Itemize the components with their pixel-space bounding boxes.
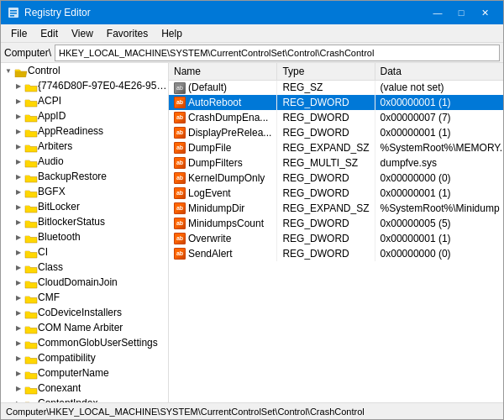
status-text: Computer\HKEY_LOCAL_MACHINE\SYSTEM\Curre… — [6, 407, 365, 417]
tree-item-label: AppReadiness — [38, 125, 103, 137]
value-name-text: DumpFile — [188, 142, 231, 154]
tree-item-label: Class — [38, 261, 63, 273]
svg-rect-3 — [10, 15, 14, 17]
tree-item-acpi[interactable]: ▶ ACPI — [1, 93, 168, 108]
tree-item-label: COM Name Arbiter — [38, 322, 123, 333]
value-name-text: DumpFilters — [188, 157, 243, 169]
tree-item-codeviceinstallers[interactable]: ▶ CoDeviceInstallers — [1, 305, 168, 320]
table-row[interactable]: abDisplayPreRelea...REG_DWORD0x00000001 … — [169, 125, 503, 140]
tree-panel[interactable]: ▼ Control▶ {7746D80F-97E0-4E26-9543-26B4… — [1, 63, 169, 402]
minimize-button[interactable]: — — [426, 1, 449, 24]
value-type: REG_DWORD — [277, 231, 375, 246]
tree-item-guid[interactable]: ▶ {7746D80F-97E0-4E26-9543-26B41FC22F79} — [1, 78, 168, 93]
value-data: 0x00000001 (1) — [375, 231, 503, 246]
menu-view[interactable]: View — [65, 26, 100, 41]
expander-icon: ▶ — [13, 382, 24, 394]
tree-item-arbiters[interactable]: ▶ Arbiters — [1, 139, 168, 154]
value-type: REG_DWORD — [277, 246, 375, 261]
table-row[interactable]: abOverwriteREG_DWORD0x00000001 (1) — [169, 231, 503, 246]
folder-icon — [24, 111, 36, 121]
reg-ab-icon: ab — [174, 202, 186, 214]
menu-favorites[interactable]: Favorites — [100, 26, 155, 41]
tree-item-backuprestore[interactable]: ▶ BackupRestore — [1, 169, 168, 184]
tree-item-bitlocker[interactable]: ▶ BitLocker — [1, 199, 168, 214]
expander-icon: ▶ — [13, 276, 24, 288]
tree-item-class[interactable]: ▶ Class — [1, 260, 168, 275]
table-row[interactable]: abMinidumpsCountREG_DWORD0x00000005 (5) — [169, 216, 503, 231]
tree-item-audio[interactable]: ▶ Audio — [1, 154, 168, 169]
value-type: REG_DWORD — [277, 95, 375, 110]
tree-item-bitlockerstatus[interactable]: ▶ BitlockerStatus — [1, 214, 168, 229]
folder-icon — [24, 247, 36, 257]
maximize-button[interactable]: □ — [449, 1, 473, 24]
values-panel[interactable]: Name Type Data ab(Default)REG_SZ(value n… — [169, 63, 503, 402]
table-row[interactable]: abSendAlertREG_DWORD0x00000000 (0) — [169, 246, 503, 261]
tree-item-control[interactable]: ▼ Control — [1, 63, 168, 78]
tree-item-label: Compatibility — [38, 352, 96, 364]
tree-item-cmf[interactable]: ▶ CMF — [1, 290, 168, 305]
tree-item-compatibility[interactable]: ▶ Compatibility — [1, 350, 168, 365]
menu-file[interactable]: File — [4, 26, 34, 41]
table-row[interactable]: abDumpFiltersREG_MULTI_SZdumpfve.sys — [169, 155, 503, 171]
tree-item-bgfx[interactable]: ▶ BGFX — [1, 184, 168, 199]
status-bar: Computer\HKEY_LOCAL_MACHINE\SYSTEM\Curre… — [1, 402, 503, 419]
table-row[interactable]: abLogEventREG_DWORD0x00000001 (1) — [169, 186, 503, 201]
menu-help[interactable]: Help — [155, 26, 189, 41]
value-data: %SystemRoot%\Minidump — [375, 201, 503, 216]
table-row[interactable]: abMinidumpDirREG_EXPAND_SZ%SystemRoot%\M… — [169, 201, 503, 216]
expander-icon: ▶ — [13, 201, 24, 213]
value-type: REG_DWORD — [277, 216, 375, 231]
value-data: (value not set) — [375, 80, 503, 95]
value-name: abKernelDumpOnly — [169, 171, 277, 186]
value-name: abOverwrite — [169, 231, 277, 246]
tree-item-commonglobusersettings[interactable]: ▶ CommonGlobUserSettings — [1, 335, 168, 350]
table-row[interactable]: abCrashDumpEna...REG_DWORD0x00000007 (7) — [169, 110, 503, 125]
tree-item-label: BackupRestore — [38, 171, 107, 182]
tree-item-appid[interactable]: ▶ AppID — [1, 108, 168, 123]
folder-icon — [24, 96, 36, 106]
value-type: REG_DWORD — [277, 186, 375, 201]
close-button[interactable]: ✕ — [473, 1, 496, 24]
tree-item-label: Control — [28, 65, 60, 76]
tree-item-appreadiness[interactable]: ▶ AppReadiness — [1, 123, 168, 139]
reg-ab-icon: ab — [174, 112, 186, 123]
address-input[interactable] — [55, 45, 500, 61]
expander-icon: ▶ — [13, 231, 24, 243]
table-row[interactable]: abKernelDumpOnlyREG_DWORD0x00000000 (0) — [169, 171, 503, 186]
tree-item-contentindex[interactable]: ▶ ContentIndex — [1, 396, 168, 402]
main-content: ▼ Control▶ {7746D80F-97E0-4E26-9543-26B4… — [1, 63, 503, 402]
folder-icon — [24, 277, 36, 287]
tree-item-ci[interactable]: ▶ CI — [1, 244, 168, 260]
expander-icon: ▶ — [13, 95, 24, 107]
tree-item-computername[interactable]: ▶ ComputerName — [1, 365, 168, 381]
tree-item-bluetooth[interactable]: ▶ Bluetooth — [1, 229, 168, 244]
folder-icon — [14, 66, 26, 76]
value-data: dumpfve.sys — [375, 155, 503, 171]
expander-icon: ▶ — [13, 155, 24, 167]
tree-item-conexant[interactable]: ▶ Conexant — [1, 381, 168, 396]
folder-icon — [24, 81, 36, 91]
expander-icon: ▶ — [13, 216, 24, 228]
tree-item-label: ComputerName — [38, 367, 109, 379]
tree-item-clouddomainjoin[interactable]: ▶ CloudDomainJoin — [1, 275, 168, 290]
expander-icon: ▶ — [13, 352, 24, 364]
value-data: 0x00000001 (1) — [375, 186, 503, 201]
menu-bar: File Edit View Favorites Help — [1, 24, 503, 43]
folder-icon — [24, 368, 36, 378]
menu-edit[interactable]: Edit — [34, 26, 65, 41]
value-type: REG_EXPAND_SZ — [277, 140, 375, 155]
expander-icon: ▶ — [13, 322, 24, 333]
reg-ab-icon: ab — [174, 233, 186, 244]
value-name-text: DisplayPreRelea... — [188, 127, 271, 139]
table-row[interactable]: ab(Default)REG_SZ(value not set) — [169, 80, 503, 95]
tree-item-label: CommonGlobUserSettings — [38, 337, 158, 349]
value-data: 0x00000007 (7) — [375, 110, 503, 125]
tree-item-comnamearbiter[interactable]: ▶ COM Name Arbiter — [1, 320, 168, 335]
table-row[interactable]: abDumpFileREG_EXPAND_SZ%SystemRoot%\MEMO… — [169, 140, 503, 155]
value-data: 0x00000000 (0) — [375, 171, 503, 186]
value-name: abLogEvent — [169, 186, 277, 201]
value-type: REG_DWORD — [277, 125, 375, 140]
tree-item-label: Conexant — [38, 382, 81, 394]
reg-ab-icon: ab — [174, 187, 186, 199]
table-row[interactable]: abAutoRebootREG_DWORD0x00000001 (1) — [169, 95, 503, 110]
